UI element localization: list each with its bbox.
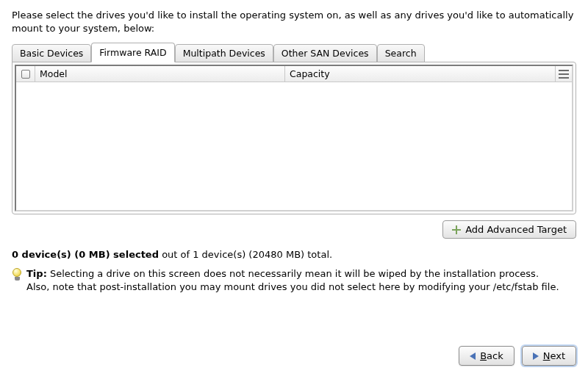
column-model[interactable]: Model <box>35 66 285 82</box>
tab-multipath-devices[interactable]: Multipath Devices <box>175 44 273 62</box>
device-tab-panel: Model Capacity <box>12 62 576 214</box>
tab-other-san-devices[interactable]: Other SAN Devices <box>273 44 377 62</box>
tip-text: Tip: Selecting a drive on this screen do… <box>26 267 562 293</box>
tab-basic-devices[interactable]: Basic Devices <box>12 44 91 62</box>
select-all-checkbox[interactable] <box>21 70 30 79</box>
back-button[interactable]: Back <box>459 346 514 366</box>
back-label: Back <box>480 350 503 361</box>
next-label: Next <box>543 350 565 361</box>
arrow-right-icon <box>533 352 539 360</box>
selection-status: 0 device(s) (0 MB) selected out of 1 dev… <box>12 249 576 260</box>
tab-firmware-raid[interactable]: Firmware RAID <box>91 43 174 62</box>
instruction-text: Please select the drives you'd like to i… <box>12 9 576 35</box>
add-advanced-target-label: Add Advanced Target <box>465 224 567 235</box>
footer-nav: Back Next <box>459 346 576 366</box>
add-advanced-target-button[interactable]: Add Advanced Target <box>442 220 576 239</box>
tip-body: Selecting a drive on this screen does no… <box>26 268 559 292</box>
next-button[interactable]: Next <box>522 346 576 366</box>
selection-status-bold: 0 device(s) (0 MB) selected <box>12 249 159 260</box>
tip-label: Tip: <box>26 268 47 279</box>
plus-icon <box>452 225 461 234</box>
lightbulb-icon <box>12 268 22 281</box>
tab-search[interactable]: Search <box>377 44 425 62</box>
device-table: Model Capacity <box>15 65 573 212</box>
column-configure-button[interactable] <box>556 66 572 82</box>
table-body[interactable] <box>16 82 572 210</box>
column-select-all[interactable] <box>16 66 35 82</box>
selection-status-rest: out of 1 device(s) (20480 MB) total. <box>159 249 332 260</box>
tip-row: Tip: Selecting a drive on this screen do… <box>12 267 576 293</box>
arrow-left-icon <box>470 352 476 360</box>
device-tabs: Basic Devices Firmware RAID Multipath De… <box>12 42 576 62</box>
columns-chooser-icon <box>559 70 569 79</box>
column-capacity[interactable]: Capacity <box>285 66 556 82</box>
table-header-row: Model Capacity <box>16 66 572 82</box>
